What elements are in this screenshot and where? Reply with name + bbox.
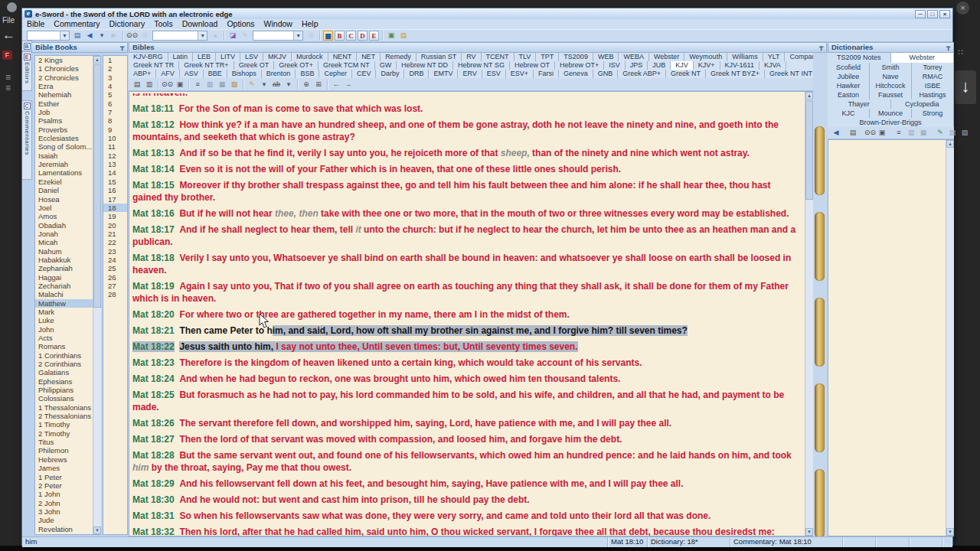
open-book-icon[interactable]: ▤ [72, 31, 83, 41]
verse-mat-18-23[interactable]: Mat 18:23 Therefore is the kingdom of he… [132, 357, 800, 369]
chapter-item-9[interactable]: 9 [103, 126, 127, 134]
copy-icon[interactable]: ▥ [204, 80, 215, 90]
bible-tab-nent[interactable]: NENT [328, 53, 358, 61]
chapter-item-6[interactable]: 6 [103, 99, 127, 108]
bible-tab-bishops[interactable]: Bishops [227, 70, 262, 78]
back-icon[interactable]: ◀ [831, 128, 841, 138]
book-item-nahum[interactable]: Nahum [35, 247, 100, 256]
book-item-romans[interactable]: Romans [35, 342, 100, 350]
bible-tab-jps[interactable]: JPS [626, 61, 648, 70]
bible-tab-kjv-brg[interactable]: KJV-BRG [129, 53, 168, 61]
book-item-ephesians[interactable]: Ephesians [35, 377, 100, 386]
resize-grip[interactable]: ∷ [942, 537, 952, 547]
scroll-down-icon[interactable]: ▼ [93, 527, 101, 534]
bible-tab-weymouth[interactable]: Weymouth [684, 53, 727, 61]
toggle-commentary-button[interactable]: C [346, 31, 356, 41]
panel-splitter[interactable] [813, 53, 828, 536]
toolbar-combobox[interactable]: ▼ [152, 31, 207, 41]
book-item-ezekiel[interactable]: Ezekiel [35, 178, 100, 186]
verse-mat-18-15[interactable]: Mat 18:15 Moreover if thy brother shall … [132, 179, 800, 204]
book-item-ecclesiastes[interactable]: Ecclesiastes [35, 134, 100, 142]
bible-tab-geneva[interactable]: Geneva [559, 70, 593, 78]
dictionaries-header[interactable]: Dictionaries ┳ [828, 42, 954, 53]
verse-mat-18-25[interactable]: Mat 18:25 But forasmuch as he had not to… [132, 389, 800, 413]
chapter-item-19[interactable]: 19 [103, 212, 127, 220]
back-history-dropdown-icon[interactable]: ▾ [96, 31, 107, 41]
chapter-item-17[interactable]: 17 [103, 195, 127, 204]
search-icon[interactable]: ⊙⊙ [126, 31, 138, 41]
dictionary-tab-strong[interactable]: Strong [912, 109, 954, 118]
verse-mat-18-32[interactable]: Mat 18:32 Then his lord, after that he h… [132, 526, 800, 536]
dock-tab-editors[interactable]: EEditors [22, 51, 32, 91]
book-item-jude[interactable]: Jude [35, 516, 100, 524]
dictionary-tab-rmac[interactable]: RMAC [912, 72, 954, 81]
book-item-1-peter[interactable]: 1 Peter [35, 473, 100, 481]
book-item-philemon[interactable]: Philemon [35, 446, 100, 455]
bible-text-area[interactable]: is in heaven.Mat 18:11 For the Son of ma… [129, 91, 813, 536]
title-bar[interactable]: e e-Sword - the Sword of the LORD with a… [22, 8, 952, 19]
dictionary-tab-hawker[interactable]: Hawker [828, 81, 870, 90]
bible-tab-greek-tcm-nt[interactable]: Greek TCM NT [318, 61, 375, 70]
dictionary-tab-hitchcock[interactable]: Hitchcock [870, 81, 912, 90]
chapter-item-20[interactable]: 20 [103, 221, 127, 230]
book-item-2-john[interactable]: 2 John [35, 499, 100, 507]
toolbar-combobox[interactable]: ▼ [253, 31, 303, 41]
copy-verses-icon[interactable]: ▦ [217, 80, 227, 90]
book-item-titus[interactable]: Titus [35, 438, 100, 446]
bible-tab-kjv-1611[interactable]: KJV-1611 [720, 61, 760, 70]
toggle-editor-button[interactable]: E [369, 31, 379, 41]
scroll-down-icon[interactable]: ▼ [805, 528, 813, 536]
book-item-malachi[interactable]: Malachi [35, 290, 100, 298]
book-item-1-chronicles[interactable]: 1 Chronicles [35, 64, 100, 73]
verse-list-icon[interactable]: ≡ [192, 80, 203, 90]
bible-tab-greek-nt-byz[interactable]: Greek NT BYZ+ [706, 70, 765, 78]
book-item-jeremiah[interactable]: Jeremiah [35, 160, 100, 168]
bible-tab-remedy[interactable]: Remedy [381, 53, 416, 61]
verse-mat-18-30[interactable]: Mat 18:30 And he would not: but went and… [132, 494, 800, 506]
chapter-item-10[interactable]: 10 [103, 134, 127, 142]
bible-tab-kjv[interactable]: KJV [671, 61, 694, 70]
menu-dictionary[interactable]: Dictionary [104, 19, 149, 29]
book-item-micah[interactable]: Micah [35, 238, 100, 246]
book-item-2-timothy[interactable]: 2 Timothy [35, 429, 100, 438]
strikeout-dropdown-icon[interactable]: ▾ [283, 80, 294, 90]
paste-icon[interactable]: ▨ [229, 80, 240, 90]
chapter-item-11[interactable]: 11 [103, 142, 127, 151]
bible-tab-farsi[interactable]: Farsi [534, 70, 559, 78]
chapter-item-2[interactable]: 2 [103, 64, 127, 73]
copy-icon[interactable]: ▥ [906, 128, 916, 138]
book-item-1-thessalonians[interactable]: 1 Thessalonians [35, 403, 100, 412]
menu-icon[interactable]: ≡≡ [5, 72, 11, 93]
chevron-down-icon[interactable]: ▼ [198, 31, 207, 40]
book-item-psalms[interactable]: Psalms [35, 116, 100, 125]
chevron-down-icon[interactable]: ▼ [60, 31, 69, 40]
verse-mat-18-19[interactable]: Mat 18:19 Again I say unto you, That if … [132, 280, 800, 305]
chapter-item-5[interactable]: 5 [103, 90, 127, 99]
menu-help[interactable]: Help [297, 19, 323, 29]
bible-tab-gnb[interactable]: GNB [593, 70, 619, 78]
verse-mat-18-24[interactable]: Mat 18:24 And when he had begun to recko… [132, 373, 800, 385]
bible-tab-net[interactable]: NET [357, 53, 381, 61]
book-item-amos[interactable]: Amos [35, 212, 100, 220]
bible-tab-ylt[interactable]: YLT [763, 53, 786, 61]
previous-chapter-icon[interactable]: ← [331, 80, 341, 90]
dictionary-tab-kjc[interactable]: KJC [828, 109, 870, 118]
print-icon[interactable]: ▤ [848, 128, 858, 138]
download-arrow-icon[interactable]: ↓ [955, 70, 976, 104]
strikeout-icon[interactable]: ab [271, 80, 282, 90]
chevron-down-icon[interactable]: ▼ [293, 31, 302, 40]
book-item-1-timothy[interactable]: 1 Timothy [35, 420, 100, 429]
bible-tab-leb[interactable]: LEB [193, 53, 216, 61]
pin-icon[interactable]: ┳ [946, 44, 950, 51]
bible-tab-bsb[interactable]: BSB [296, 70, 319, 78]
print-preview-icon[interactable]: ▥ [144, 80, 155, 90]
bible-tab-murdock[interactable]: Murdock [292, 53, 328, 61]
book-item-song-of-solom[interactable]: Song of Solom... [35, 142, 100, 151]
book-item-job[interactable]: Job [35, 108, 100, 116]
zoom-icon[interactable]: ⊕ [301, 80, 312, 90]
bible-tab-lsv[interactable]: LSV [240, 53, 263, 61]
bible-tab-greek-ot[interactable]: Greek OT [234, 61, 275, 70]
scroll-up-icon[interactable]: ▲ [805, 92, 813, 99]
print-icon[interactable]: ▤ [132, 80, 142, 90]
highlighter-icon[interactable]: ✎ [247, 80, 257, 90]
